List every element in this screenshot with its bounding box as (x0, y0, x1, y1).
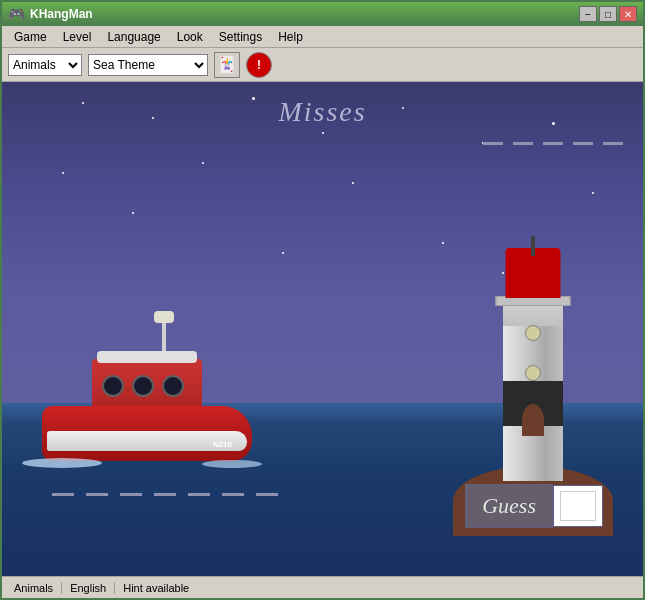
status-language: English (62, 582, 115, 594)
boat-hull: N210 (42, 406, 252, 461)
guess-input[interactable] (560, 491, 596, 521)
title-bar-controls: − □ ✕ (579, 6, 637, 22)
star (202, 162, 204, 164)
star (592, 192, 594, 194)
lighthouse-window (525, 365, 541, 381)
boat-window (132, 375, 154, 397)
star (82, 102, 84, 104)
word-dashes-area (52, 493, 278, 496)
game-area: Misses N210 (2, 82, 643, 576)
miss-dash (573, 142, 593, 145)
misses-label: Misses (278, 96, 366, 128)
guess-area: Guess (465, 484, 603, 528)
boat-foam-left (22, 458, 102, 468)
word-dash (120, 493, 142, 496)
lighthouse-tower (503, 301, 563, 481)
miss-dash (513, 142, 533, 145)
guess-button[interactable]: Guess (465, 484, 553, 528)
miss-dash (543, 142, 563, 145)
maximize-button[interactable]: □ (599, 6, 617, 22)
app-icon: 🎮 (8, 6, 24, 22)
star (442, 242, 444, 244)
boat-window (162, 375, 184, 397)
word-dash (86, 493, 108, 496)
boat-roof (97, 351, 197, 363)
category-dropdown[interactable]: Animals Countries Food Objects (8, 54, 82, 76)
boat-foam-right (202, 460, 262, 468)
menu-game[interactable]: Game (6, 28, 55, 46)
menu-bar: Game Level Language Look Settings Help (2, 26, 643, 48)
minimize-button[interactable]: − (579, 6, 597, 22)
theme-dropdown[interactable]: Sea Theme Desert Theme Forest Theme (88, 54, 208, 76)
menu-look[interactable]: Look (169, 28, 211, 46)
word-dash (222, 493, 244, 496)
star (352, 182, 354, 184)
star (282, 252, 284, 254)
word-dash (256, 493, 278, 496)
star (62, 172, 64, 174)
star (322, 132, 324, 134)
word-dash (154, 493, 176, 496)
guess-input-box (553, 485, 603, 527)
lighthouse-window (525, 325, 541, 341)
title-bar-text: KHangMan (30, 7, 93, 21)
status-bar: Animals English Hint available (2, 576, 643, 598)
lighthouse-pole (531, 236, 535, 256)
menu-level[interactable]: Level (55, 28, 100, 46)
close-button[interactable]: ✕ (619, 6, 637, 22)
star (552, 122, 555, 125)
hint-button[interactable]: ! (246, 52, 272, 78)
boat: N210 (42, 361, 252, 461)
star (152, 117, 154, 119)
menu-help[interactable]: Help (270, 28, 311, 46)
lighthouse-door (522, 404, 544, 436)
main-window: 🎮 KHangMan − □ ✕ Game Level Language Loo… (0, 0, 645, 600)
boat-light (154, 311, 174, 323)
menu-settings[interactable]: Settings (211, 28, 270, 46)
status-category: Animals (6, 582, 62, 594)
title-bar: 🎮 KHangMan − □ ✕ (2, 2, 643, 26)
boat-window (102, 375, 124, 397)
miss-dashes-area (483, 142, 623, 145)
miss-dash (603, 142, 623, 145)
star (252, 97, 255, 100)
word-dash (188, 493, 210, 496)
star (402, 107, 404, 109)
menu-language[interactable]: Language (99, 28, 168, 46)
miss-dash (483, 142, 503, 145)
new-game-button[interactable]: 🃏 (214, 52, 240, 78)
word-dash (52, 493, 74, 496)
star (132, 212, 134, 214)
toolbar: Animals Countries Food Objects Sea Theme… (2, 48, 643, 82)
status-hint: Hint available (115, 582, 197, 594)
boat-name-text: N210 (213, 440, 232, 449)
